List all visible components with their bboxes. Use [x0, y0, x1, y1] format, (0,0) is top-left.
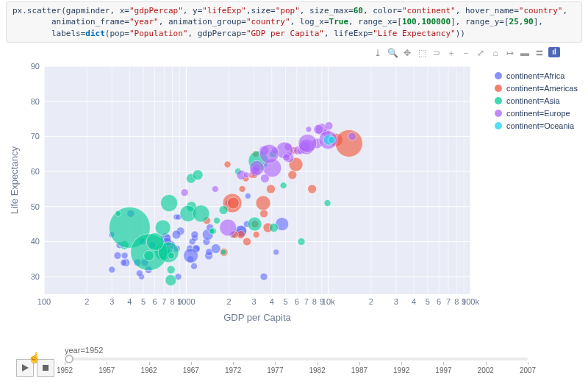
plotly-icon[interactable] — [548, 47, 560, 57]
bubble[interactable] — [181, 189, 188, 196]
autoscale-icon[interactable]: ⤢ — [475, 47, 487, 59]
bubble[interactable] — [328, 136, 335, 143]
year-slider[interactable]: year=1952 195219571962196719721977198219… — [65, 349, 572, 384]
zoom-out-icon[interactable]: － — [460, 47, 472, 59]
lasso-icon[interactable]: ⊃ — [431, 47, 442, 59]
legend-swatch — [495, 122, 502, 129]
bubble[interactable] — [245, 193, 251, 199]
bubble[interactable] — [260, 273, 268, 280]
bubble[interactable] — [191, 263, 198, 270]
bubble[interactable] — [220, 249, 226, 255]
svg-text:3: 3 — [394, 297, 398, 306]
slider-tick[interactable]: 1992 — [401, 362, 402, 365]
bubble[interactable] — [280, 182, 287, 189]
bubble[interactable] — [172, 230, 181, 239]
legend-item[interactable]: continent=Europe — [495, 107, 578, 119]
bubble[interactable] — [191, 231, 198, 238]
bubble[interactable] — [114, 252, 121, 260]
legend-label: continent=Africa — [506, 71, 564, 80]
box-select-icon[interactable]: ⬚ — [416, 47, 428, 59]
bubble[interactable] — [243, 238, 251, 246]
bubble[interactable] — [224, 161, 231, 168]
bubble[interactable] — [324, 200, 331, 207]
legend-item[interactable]: continent=Oceania — [495, 119, 578, 132]
bubble[interactable] — [269, 224, 278, 232]
slider-current: 1952 — [85, 346, 103, 355]
slider-tick[interactable]: 1982 — [318, 362, 318, 365]
legend-label: continent=Asia — [506, 96, 559, 105]
zoom-icon[interactable]: 🔍 — [387, 47, 398, 59]
bubble[interactable] — [283, 154, 290, 161]
bubble[interactable] — [298, 238, 305, 246]
bubble[interactable] — [273, 249, 279, 255]
bubble[interactable] — [115, 210, 121, 216]
legend-item[interactable]: continent=Africa — [495, 69, 578, 82]
slider-tick[interactable]: 1977 — [275, 362, 276, 365]
bubble[interactable] — [193, 170, 203, 180]
bubble[interactable] — [325, 122, 333, 130]
slider-tick[interactable]: 2007 — [528, 362, 528, 365]
bubble[interactable] — [144, 251, 154, 261]
bubble[interactable] — [306, 127, 312, 132]
hover-single-icon[interactable]: ▬ — [519, 47, 531, 59]
slider-tick[interactable]: 1967 — [191, 362, 192, 365]
chart[interactable]: 304050607080901002345678910002345678910k… — [0, 59, 588, 353]
hover-compare-icon[interactable]: 〓 — [534, 47, 545, 59]
bubble[interactable] — [288, 171, 297, 179]
spike-icon[interactable]: ↦ — [504, 47, 516, 59]
bubble[interactable] — [259, 144, 279, 163]
bubble[interactable] — [314, 125, 323, 135]
cursor-icon: ☝ — [28, 352, 40, 363]
bubble[interactable] — [184, 249, 198, 263]
zoom-in-icon[interactable]: ＋ — [445, 47, 457, 59]
bubble[interactable] — [161, 195, 178, 212]
bubble[interactable] — [214, 218, 220, 224]
bubble[interactable] — [109, 266, 115, 273]
bubble[interactable] — [121, 260, 127, 266]
bubble[interactable] — [219, 206, 228, 215]
bubble[interactable] — [260, 210, 268, 218]
pan-icon[interactable]: ✥ — [401, 47, 413, 59]
bubble[interactable] — [136, 270, 143, 277]
slider-rail[interactable] — [65, 358, 528, 360]
slider-tick[interactable]: 1952 — [65, 362, 65, 365]
bubble[interactable] — [243, 172, 249, 178]
slider-tick-label: 1952 — [54, 366, 75, 374]
bubble[interactable] — [239, 186, 245, 193]
bubble[interactable] — [211, 244, 220, 254]
slider-tick[interactable]: 1997 — [443, 362, 444, 365]
svg-text:4: 4 — [127, 297, 132, 306]
bubble[interactable] — [168, 252, 175, 259]
slider-tick[interactable]: 2002 — [486, 362, 487, 365]
bubble[interactable] — [167, 266, 175, 274]
bubble[interactable] — [146, 233, 164, 251]
bubble[interactable] — [220, 219, 237, 236]
bubble[interactable] — [260, 174, 269, 183]
slider-tick[interactable]: 1987 — [359, 362, 360, 365]
bubble[interactable] — [212, 186, 218, 193]
bubble[interactable] — [253, 232, 259, 238]
legend-item[interactable]: continent=Asia — [495, 94, 578, 107]
reset-icon[interactable]: ⌂ — [490, 47, 501, 59]
legend-item[interactable]: continent=Americas — [495, 82, 578, 94]
bubble[interactable] — [250, 160, 265, 175]
bubble[interactable] — [298, 135, 317, 153]
bubble[interactable] — [256, 196, 270, 210]
svg-text:80: 80 — [31, 97, 40, 106]
bubble[interactable] — [308, 185, 317, 193]
bubble[interactable] — [227, 197, 239, 209]
slider-tick[interactable]: 1962 — [149, 362, 150, 365]
svg-text:2: 2 — [369, 297, 373, 306]
slider-tick[interactable]: 1972 — [233, 362, 234, 365]
bubble[interactable] — [248, 217, 262, 231]
bubble[interactable] — [121, 252, 128, 259]
svg-text:6: 6 — [152, 297, 157, 306]
bubble[interactable] — [348, 132, 356, 141]
bubble[interactable] — [209, 228, 215, 234]
download-icon[interactable]: ⤓ — [372, 47, 384, 59]
bubble[interactable] — [165, 275, 176, 286]
slider-prefix: year= — [65, 346, 85, 355]
slider-tick[interactable]: 1957 — [107, 362, 107, 365]
bubble[interactable] — [266, 185, 275, 193]
bubble[interactable] — [193, 205, 209, 222]
